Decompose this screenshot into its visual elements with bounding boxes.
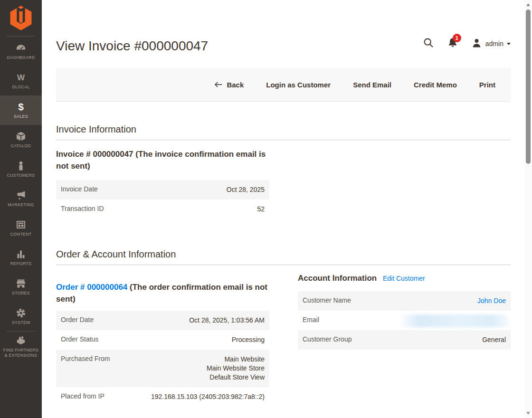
- scroll-down-arrow-icon[interactable]: [526, 412, 530, 415]
- row-label: Invoice Date: [56, 180, 168, 200]
- row-value: 192.168.15.103 (2405:203:982:7a8::2): [125, 387, 269, 407]
- table-row: Customer GroupGeneral: [298, 330, 511, 350]
- system-icon: [15, 307, 27, 319]
- page-actions-toolbar: Back Login as Customer Send Email Credit…: [56, 68, 511, 102]
- customers-icon: [15, 160, 27, 171]
- edit-customer-link[interactable]: Edit Customer: [383, 275, 425, 282]
- invoice-info-table: Invoice DateOct 28, 2025Transaction ID52: [56, 180, 269, 219]
- sidebar-item-label: DLOCAL: [12, 85, 29, 90]
- row-value: General: [369, 330, 511, 350]
- notifications-button[interactable]: 1: [447, 37, 458, 50]
- vertical-scrollbar[interactable]: [524, 0, 532, 418]
- magento-admin-window: DASHBOARDWDLOCAL$SALESCATALOGCUSTOMERSMA…: [0, 0, 532, 418]
- sidebar: DASHBOARDWDLOCAL$SALESCATALOGCUSTOMERSMA…: [0, 0, 42, 418]
- row-value-link[interactable]: John Doe: [477, 297, 506, 304]
- row-value: [369, 311, 511, 330]
- sidebar-item-label: CATALOG: [10, 143, 31, 149]
- row-label: Customer Group: [298, 330, 369, 350]
- row-value: Oct 28, 2025: [168, 180, 269, 200]
- caret-down-icon: [507, 43, 511, 45]
- person-icon: [471, 38, 482, 50]
- svg-text:W: W: [17, 73, 25, 82]
- sidebar-item-label: CUSTOMERS: [7, 173, 35, 178]
- catalog-icon: [15, 131, 27, 142]
- sidebar-item-reports[interactable]: REPORTS: [0, 243, 42, 272]
- table-row: Invoice DateOct 28, 2025: [56, 180, 269, 200]
- row-value: Oct 28, 2025, 1:03:56 AM: [125, 311, 269, 330]
- svg-text:$: $: [18, 101, 24, 112]
- sidebar-item-label: MARKETING: [8, 202, 34, 208]
- sales-icon: $: [15, 101, 27, 113]
- sidebar-item-marketing[interactable]: MARKETING: [0, 184, 42, 213]
- table-row: Transaction ID52: [56, 200, 269, 219]
- row-value-line: Main Website: [130, 355, 265, 364]
- invoice-information-heading: Invoice Information: [56, 124, 511, 140]
- sidebar-item-stores[interactable]: STORES: [0, 272, 42, 302]
- row-label: Email: [298, 311, 369, 330]
- row-value-line: Main Website Store: [130, 364, 265, 373]
- table-row: Email: [298, 311, 511, 330]
- admin-username: admin: [485, 40, 504, 48]
- account-info-table: Customer NameJohn DoeEmailCustomer Group…: [298, 291, 511, 350]
- credit-memo-button[interactable]: Credit Memo: [414, 81, 457, 89]
- table-row: Purchased FromMain WebsiteMain Website S…: [56, 350, 269, 387]
- row-value-line: Default Store View: [130, 373, 265, 382]
- table-row: Order DateOct 28, 2025, 1:03:56 AM: [56, 311, 269, 330]
- scroll-up-arrow-icon[interactable]: [526, 3, 530, 6]
- row-label: Transaction ID: [56, 200, 168, 219]
- table-row: Order StatusProcessing: [56, 330, 269, 350]
- row-value: Main WebsiteMain Website StoreDefault St…: [125, 350, 269, 387]
- invoice-subheading: Invoice # 000000047 (The invoice confirm…: [56, 148, 276, 172]
- back-button[interactable]: Back: [214, 80, 244, 89]
- sidebar-item-content[interactable]: CONTENT: [0, 213, 42, 243]
- notification-badge: 1: [453, 34, 461, 42]
- row-value: 52: [168, 200, 269, 219]
- magento-logo-icon: [10, 6, 32, 30]
- account-information-heading: Account Information Edit Customer: [298, 273, 511, 284]
- header-actions: 1 admin: [423, 37, 511, 50]
- main-content: View Invoice #000000047 1 admin: [42, 0, 524, 418]
- row-label: Placed from IP: [56, 387, 125, 407]
- table-row: Customer NameJohn Doe: [298, 291, 511, 311]
- sidebar-item-dlocal[interactable]: WDLOCAL: [0, 66, 42, 95]
- marketing-icon: [15, 190, 27, 201]
- sidebar-item-label: SALES: [14, 114, 28, 119]
- order-account-heading: Order & Account Information: [56, 249, 511, 265]
- send-email-button[interactable]: Send Email: [353, 81, 391, 89]
- sidebar-item-label: FIND PARTNERS & EXTENSIONS: [2, 348, 40, 358]
- content-icon: [15, 219, 27, 230]
- sidebar-item-customers[interactable]: CUSTOMERS: [0, 154, 42, 184]
- scrollbar-thumb[interactable]: [526, 10, 531, 164]
- order-account-columns: Order # 000000064 (The order confirmatio…: [56, 273, 511, 407]
- sidebar-item-extensions[interactable]: FIND PARTNERS & EXTENSIONS: [0, 332, 42, 361]
- sidebar-item-label: CONTENT: [10, 232, 32, 237]
- reports-icon: [15, 248, 27, 260]
- sidebar-item-dashboard[interactable]: DASHBOARD: [0, 37, 42, 66]
- sidebar-item-label: SYSTEM: [12, 320, 30, 325]
- admin-user-menu[interactable]: admin: [471, 38, 511, 50]
- sidebar-item-sales[interactable]: $SALES: [0, 95, 42, 125]
- redacted-email-value: [399, 314, 509, 327]
- stores-icon: [15, 278, 27, 289]
- account-information-column: Account Information Edit Customer Custom…: [298, 273, 511, 350]
- row-label: Purchased From: [56, 350, 125, 387]
- dlocal-icon: W: [15, 72, 27, 83]
- row-value: Processing: [125, 330, 269, 350]
- search-icon: [423, 37, 434, 50]
- sidebar-item-system[interactable]: SYSTEM: [0, 302, 42, 331]
- order-number-link[interactable]: Order # 000000064: [56, 283, 127, 292]
- print-button[interactable]: Print: [479, 81, 495, 89]
- search-button[interactable]: [423, 37, 434, 50]
- sidebar-menu: DASHBOARDWDLOCAL$SALESCATALOGCUSTOMERSMA…: [0, 37, 42, 361]
- back-arrow-icon: [214, 80, 222, 89]
- order-subheading: Order # 000000064 (The order confirmatio…: [56, 281, 269, 305]
- dashboard-icon: [15, 42, 27, 54]
- sidebar-item-catalog[interactable]: CATALOG: [0, 125, 42, 154]
- order-information-column: Order # 000000064 (The order confirmatio…: [56, 273, 269, 407]
- login-as-customer-button[interactable]: Login as Customer: [266, 81, 331, 89]
- order-info-table: Order DateOct 28, 2025, 1:03:56 AMOrder …: [56, 311, 269, 407]
- table-row: Placed from IP192.168.15.103 (2405:203:9…: [56, 387, 269, 407]
- row-label: Order Date: [56, 311, 125, 330]
- magento-logo[interactable]: [0, 0, 42, 36]
- sidebar-item-label: DASHBOARD: [7, 55, 35, 60]
